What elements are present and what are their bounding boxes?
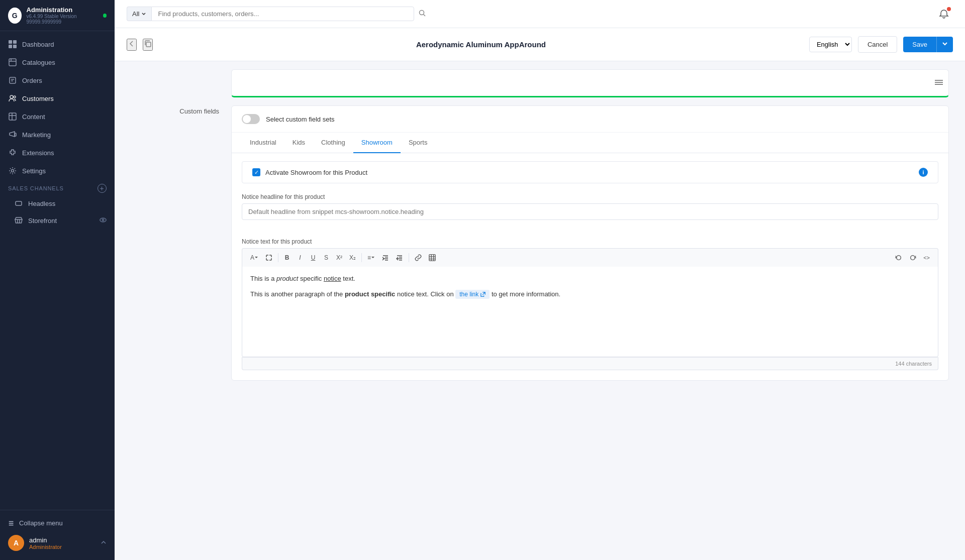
svg-rect-25	[935, 84, 943, 85]
sidebar-item-settings[interactable]: Settings	[0, 162, 115, 180]
search-filter-dropdown[interactable]: All	[127, 7, 151, 21]
sidebar-item-marketing[interactable]: Marketing	[0, 126, 115, 144]
sales-channels-section: Sales Channels +	[0, 180, 115, 195]
toolbar-right-group: <>	[892, 252, 933, 264]
tab-clothing[interactable]: Clothing	[313, 133, 353, 153]
editor-footer: 144 characters	[242, 357, 938, 370]
checkbox-label: Activate Showroom for this Product	[265, 169, 367, 176]
custom-field-toggle[interactable]	[242, 114, 260, 124]
notice-headline-input[interactable]	[242, 203, 938, 220]
svg-point-19	[102, 219, 104, 221]
save-button[interactable]: Save	[903, 37, 936, 52]
toolbar-redo-btn[interactable]	[906, 252, 919, 264]
svg-rect-23	[935, 80, 943, 81]
toolbar-superscript-btn[interactable]: X²	[333, 252, 345, 264]
toolbar-italic-btn[interactable]: I	[294, 252, 306, 264]
editor-link-button[interactable]: the link	[455, 290, 490, 299]
toolbar-align-btn[interactable]: ≡	[364, 252, 378, 264]
toolbar-indent-btn[interactable]	[393, 252, 406, 264]
user-menu[interactable]: A admin Administrator	[8, 532, 107, 554]
sidebar-item-headless[interactable]: Headless	[0, 195, 115, 212]
sidebar-item-label: Catalogues	[22, 59, 55, 66]
main-area: All Aerodynamic Aluminum AppAround	[115, 0, 965, 560]
svg-rect-26	[429, 255, 435, 261]
notification-badge	[947, 7, 951, 11]
svg-rect-7	[10, 77, 16, 83]
online-indicator	[103, 14, 107, 18]
app-logo: G	[8, 8, 22, 24]
tab-showroom[interactable]: Showroom	[353, 133, 401, 153]
editor-paragraph-2: This is another paragraph of the product…	[250, 289, 930, 300]
sidebar-item-dashboard[interactable]: Dashboard	[0, 35, 115, 53]
search-button[interactable]	[416, 7, 428, 21]
sidebar-item-extensions[interactable]: Extensions	[0, 144, 115, 162]
sidebar-item-label: Content	[22, 113, 45, 121]
page-header: Aerodynamic Aluminum AppAround English C…	[115, 28, 965, 61]
extensions-icon	[8, 148, 17, 157]
sidebar-item-label: Marketing	[22, 131, 51, 139]
toggle-row: Select custom field sets	[232, 106, 948, 133]
toolbar-code-btn[interactable]: <>	[920, 252, 933, 264]
editor-body[interactable]: This is a product specific notice text. …	[242, 267, 938, 357]
storefront-icon	[14, 216, 23, 225]
chevron-down-icon	[141, 12, 146, 17]
notice-text-label: Notice text for this product	[242, 238, 938, 245]
sidebar-item-label: Orders	[22, 77, 42, 84]
section-label: Custom fields	[179, 107, 219, 115]
svg-line-21	[424, 15, 426, 17]
sidebar-item-storefront[interactable]: Storefront	[0, 212, 115, 229]
tab-industrial[interactable]: Industrial	[242, 133, 284, 153]
editor-toolbar: A B I U S X² X₂	[242, 248, 938, 267]
language-select[interactable]: English	[809, 37, 852, 52]
toolbar-font-btn[interactable]: A	[247, 252, 261, 264]
toolbar-link-btn[interactable]	[412, 252, 425, 264]
svg-point-20	[420, 11, 424, 15]
sidebar-item-catalogues[interactable]: Catalogues	[0, 53, 115, 71]
sidebar-item-orders[interactable]: Orders	[0, 71, 115, 89]
toolbar-strikethrough-btn[interactable]: S	[320, 252, 332, 264]
sidebar-item-label: Extensions	[22, 149, 54, 157]
toolbar-outdent-btn[interactable]	[379, 252, 392, 264]
toolbar-subscript-btn[interactable]: X₂	[346, 252, 359, 264]
orders-icon	[8, 76, 17, 85]
search-input[interactable]	[151, 7, 414, 21]
topbar: All	[115, 0, 965, 28]
content-icon	[8, 112, 17, 121]
add-sales-channel-btn[interactable]: +	[98, 184, 107, 193]
copy-button[interactable]	[143, 39, 153, 51]
sidebar-item-content[interactable]: Content	[0, 107, 115, 126]
notifications-btn[interactable]	[935, 5, 953, 23]
search-bar: All	[127, 7, 428, 21]
custom-fields-card: Select custom field sets Industrial Kids…	[231, 105, 949, 381]
activate-showroom-checkbox[interactable]: ✓	[252, 168, 260, 176]
notice-headline-label: Notice headline for this product	[242, 193, 938, 200]
editor-paragraph-1: This is a product specific notice text.	[250, 274, 930, 284]
svg-rect-24	[935, 82, 943, 83]
sidebar-footer: Collapse menu A admin Administrator	[0, 510, 115, 560]
toolbar-table-btn[interactable]	[426, 252, 439, 264]
user-name: admin	[29, 536, 62, 544]
list-options-btn[interactable]	[935, 78, 943, 88]
toolbar-undo-btn[interactable]	[892, 252, 905, 264]
page-title: Aerodynamic Aluminum AppAround	[159, 40, 803, 49]
app-version: v6.4.99 Stable Version 99999.9999999	[27, 14, 99, 25]
svg-point-8	[10, 95, 13, 98]
toolbar-expand-btn[interactable]	[262, 252, 275, 264]
sidebar-item-label: Storefront	[28, 217, 57, 225]
save-dropdown-button[interactable]	[936, 37, 953, 52]
tab-kids[interactable]: Kids	[284, 133, 313, 153]
collapse-menu-btn[interactable]: Collapse menu	[8, 516, 107, 530]
toolbar-bold-btn[interactable]: B	[281, 252, 293, 264]
info-icon[interactable]: i	[919, 168, 928, 177]
toolbar-underline-btn[interactable]: U	[307, 252, 319, 264]
avatar: A	[8, 535, 24, 551]
cancel-button[interactable]: Cancel	[858, 36, 897, 53]
svg-rect-4	[9, 59, 16, 66]
user-role: Administrator	[29, 544, 62, 550]
tab-sports[interactable]: Sports	[401, 133, 436, 153]
sidebar-item-customers[interactable]: Customers	[0, 89, 115, 107]
collapse-icon	[8, 520, 15, 527]
svg-rect-13	[15, 133, 16, 136]
back-button[interactable]	[127, 39, 137, 51]
sidebar-item-label: Headless	[28, 200, 55, 207]
